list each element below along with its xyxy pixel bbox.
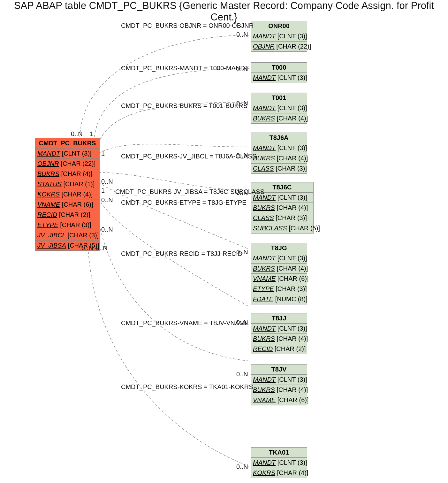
cardinality: 0..N: [236, 152, 248, 159]
table-tka01: TKA01 MANDT [CLNT (3)] KOKRS [CHAR (4)]: [251, 447, 307, 478]
cardinality: 0..N: [101, 196, 113, 204]
table-header: ONR00: [251, 21, 307, 31]
field-row: MANDT [CLNT (3)]: [251, 324, 307, 334]
cardinality: 0..N: [236, 65, 248, 73]
field-row: RECID [CHAR (2)]: [251, 344, 307, 354]
field-row: STATUS [CHAR (1)]: [35, 179, 99, 189]
table-t8j6a: T8J6A MANDT [CLNT (3)] BUKRS [CHAR (4)] …: [251, 133, 307, 174]
association-label: CMDT_PC_BUKRS-MANDT = T000-MANDT: [121, 65, 249, 72]
field-row: MANDT [CLNT (3)]: [251, 253, 307, 264]
field-row: MANDT [CLNT (3)]: [251, 375, 307, 385]
table-t001: T001 MANDT [CLNT (3)] BUKRS [CHAR (4)]: [251, 93, 307, 124]
table-header: T8JG: [251, 243, 307, 253]
field-row: FDATE [NUMC (8)]: [251, 294, 307, 304]
page-title: SAP ABAP table CMDT_PC_BUKRS {Generic Ma…: [0, 0, 448, 23]
field-row: BUKRS [CHAR (4)]: [251, 334, 307, 344]
field-row: MANDT [CLNT (3)]: [251, 73, 307, 83]
cardinality: 0..N: [236, 189, 248, 196]
association-label: CMDT_PC_BUKRS-RECID = T8JJ-RECID: [121, 250, 242, 257]
table-t8jg: T8JG MANDT [CLNT (3)] BUKRS [CHAR (4)] V…: [251, 243, 307, 304]
field-row: OBJNR [CHAR (22)]: [251, 42, 307, 51]
field-row: MANDT [CLNT (3)]: [251, 31, 307, 42]
table-header: T8J6A: [251, 133, 307, 143]
cardinality: 0..N: [236, 319, 248, 326]
field-row: CLASS [CHAR (3)]: [251, 213, 313, 223]
field-row: KOKRS [CHAR (4)]: [35, 189, 99, 200]
table-header: CMDT_PC_BUKRS: [35, 138, 99, 149]
field-row: BUKRS [CHAR (4)]: [251, 153, 307, 164]
association-label: CMDT_PC_BUKRS-KOKRS = TKA01-KOKRS: [121, 383, 253, 391]
cardinality: 0..N: [236, 463, 248, 471]
field-row: OBJNR [CHAR (22)]: [35, 159, 99, 169]
field-row: BUKRS [CHAR (4)]: [251, 264, 307, 274]
cardinality: 0..N: [101, 178, 113, 185]
table-t000: T000 MANDT [CLNT (3)]: [251, 62, 307, 83]
field-row: BUKRS [CHAR (4)]: [251, 113, 307, 123]
field-row: VNAME [CHAR (6)]: [251, 274, 307, 284]
cardinality: 0..N: [71, 130, 83, 138]
field-row: MANDT [CLNT (3)]: [251, 143, 307, 153]
association-label: CMDT_PC_BUKRS-ETYPE = T8JG-ETYPE: [121, 199, 247, 206]
field-row: ETYPE [CHAR (3)]: [251, 284, 307, 294]
cardinality: 1: [101, 187, 105, 194]
cardinality: 1: [89, 130, 93, 138]
table-header: T8JV: [251, 364, 307, 375]
field-row: VNAME [CHAR (6)]: [35, 200, 99, 210]
field-row: RECID [CHAR (2)]: [35, 210, 99, 220]
field-row: VNAME [CHAR (6)]: [251, 395, 307, 405]
field-row: BUKRS [CHAR (4)]: [251, 385, 307, 395]
cardinality: 0..N: [236, 249, 248, 256]
er-diagram: SAP ABAP table CMDT_PC_BUKRS {Generic Ma…: [0, 0, 448, 483]
field-row: SUBCLASS [CHAR (5)]: [251, 223, 313, 233]
cardinality: 0..N: [81, 244, 93, 252]
cardinality: 0..N: [236, 100, 248, 107]
field-row: ETYPE [CHAR (3)]: [35, 220, 99, 230]
cardinality: 0..N: [236, 371, 248, 378]
field-row: BUKRS [CHAR (4)]: [251, 203, 313, 213]
field-row: KOKRS [CHAR (4)]: [251, 468, 307, 478]
table-header: T000: [251, 63, 307, 73]
field-row: JV_JIBCL [CHAR (3)]: [35, 230, 99, 241]
cardinality: 0..N: [236, 31, 248, 38]
association-label: CMDT_PC_BUKRS-OBJNR = ONR00-OBJNR: [121, 22, 254, 29]
table-header: T001: [251, 93, 307, 103]
table-header: TKA01: [251, 448, 307, 458]
field-row: BUKRS [CHAR (4)]: [35, 169, 99, 179]
association-label: CMDT_PC_BUKRS-BUKRS = T001-BUKRS: [121, 102, 247, 110]
field-row: CLASS [CHAR (3)]: [251, 164, 307, 173]
table-t8jj: T8JJ MANDT [CLNT (3)] BUKRS [CHAR (4)] R…: [251, 313, 307, 354]
cardinality: 0..N: [101, 226, 113, 233]
field-row: MANDT [CLNT (3)]: [251, 103, 307, 113]
table-onr00: ONR00 MANDT [CLNT (3)] OBJNR [CHAR (22)]: [251, 21, 307, 52]
field-row: MANDT [CLNT (3)]: [251, 458, 307, 468]
field-row: MANDT [CLNT (3)]: [35, 149, 99, 159]
table-header: T8JJ: [251, 313, 307, 324]
table-cmdt-pc-bukrs: CMDT_PC_BUKRS MANDT [CLNT (3)] OBJNR [CH…: [35, 138, 100, 251]
cardinality: 1: [101, 150, 105, 157]
table-t8jv: T8JV MANDT [CLNT (3)] BUKRS [CHAR (4)] V…: [251, 364, 307, 405]
association-label: CMDT_PC_BUKRS-VNAME = T8JV-VNAME: [121, 319, 249, 327]
cardinality: 0..N: [96, 244, 108, 252]
